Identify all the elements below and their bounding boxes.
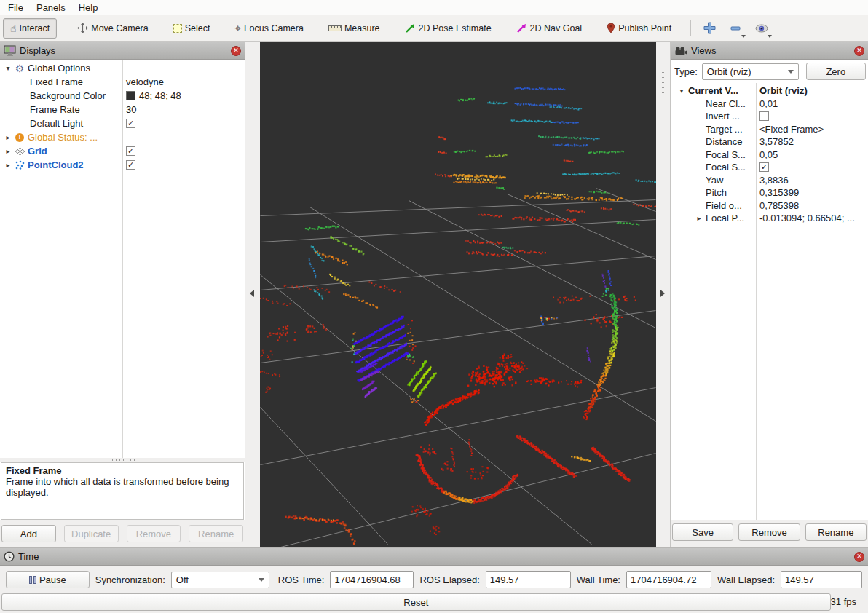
rename-button[interactable]: Rename — [805, 523, 867, 541]
views-row-focal-s[interactable]: Focal S...✓ — [671, 161, 868, 174]
displays-row-fixed-frame[interactable]: Fixed Framevelodyne — [0, 75, 245, 89]
plus-icon — [703, 22, 716, 34]
toolbar-tool-visibility-button[interactable] — [751, 18, 773, 39]
collapse-right-icon[interactable] — [660, 290, 665, 297]
displays-row-background-color[interactable]: Background Color48; 48; 48 — [0, 89, 245, 103]
expander-closed-icon[interactable]: ▸ — [694, 214, 704, 222]
views-row-field-o[interactable]: Field o...0,785398 — [671, 199, 868, 213]
expander-open-icon[interactable]: ▾ — [676, 87, 687, 95]
add-button[interactable]: Add — [1, 525, 56, 542]
tool-move-camera[interactable]: Move Camera — [70, 17, 156, 39]
wall-time-input[interactable]: 1704716904.72 — [626, 571, 711, 588]
3d-viewport-canvas[interactable] — [260, 42, 656, 547]
row-label: Default Light — [28, 118, 83, 129]
displays-row-grid[interactable]: ▸Grid✓ — [0, 144, 245, 158]
tool-measure[interactable]: Measure — [321, 18, 387, 39]
checkbox[interactable]: ✓ — [126, 146, 135, 156]
views-close-button[interactable]: ✕ — [854, 46, 864, 56]
synchronization-select[interactable]: Off — [171, 572, 269, 588]
checkbox[interactable]: ✓ — [126, 119, 135, 128]
views-row-focal-p[interactable]: ▸Focal P...-0.013094; 0.66504; ... — [671, 212, 868, 225]
expander-open-icon[interactable]: ▾ — [3, 64, 13, 72]
row-label: Near Cl... — [704, 98, 746, 109]
property-value[interactable]: 0,01 — [756, 98, 868, 109]
property-value[interactable]: Orbit (rviz) — [756, 85, 868, 96]
zero-button[interactable]: Zero — [806, 63, 866, 80]
displays-row-frame-rate[interactable]: Frame Rate30 — [0, 103, 245, 116]
checkbox[interactable]: ✓ — [760, 162, 769, 172]
row-label: Focal S... — [704, 149, 746, 160]
menu-help[interactable]: Help — [72, 1, 105, 14]
type-label: Type: — [674, 66, 698, 77]
expander-closed-icon[interactable]: ▸ — [3, 161, 13, 169]
expander-closed-icon[interactable]: ▸ — [3, 147, 13, 155]
views-row-pitch[interactable]: Pitch0,315399 — [671, 186, 868, 199]
left-splitter[interactable] — [245, 42, 260, 547]
chevron-down-icon — [768, 35, 772, 38]
tool-label: Interact — [20, 23, 50, 33]
row-label: Frame Rate — [28, 104, 80, 115]
right-splitter[interactable] — [656, 42, 670, 547]
splitter-grip[interactable] — [662, 70, 664, 103]
toolbar-add-tool-button[interactable] — [698, 18, 720, 39]
views-row-current-v[interactable]: ▾Current V...Orbit (rviz) — [671, 84, 868, 98]
pause-button[interactable]: Pause — [6, 571, 90, 588]
views-row-invert[interactable]: Invert ... — [671, 110, 868, 123]
views-row-focal-s[interactable]: Focal S...0,05 — [671, 149, 868, 162]
ros-time-input[interactable]: 1704716904.68 — [330, 571, 414, 588]
views-row-near-cl[interactable]: Near Cl...0,01 — [671, 98, 868, 111]
expander-closed-icon[interactable]: ▸ — [3, 133, 13, 141]
displays-help-box: Fixed Frame Frame into which all data is… — [1, 462, 244, 520]
row-label: Global Status: ... — [26, 132, 98, 143]
displays-row-default-light[interactable]: Default Light✓ — [0, 116, 245, 130]
tool-select[interactable]: Select — [166, 18, 218, 39]
displays-close-button[interactable]: ✕ — [231, 46, 241, 56]
value-text: velodyne — [126, 76, 164, 87]
property-value: ✓ — [122, 146, 245, 156]
tool-interact[interactable]: ☝Interact — [3, 18, 57, 39]
views-row-distance[interactable]: Distance3,57852 — [671, 135, 868, 149]
property-value[interactable]: -0.013094; 0.66504; ... — [756, 213, 868, 224]
tool-focus-camera[interactable]: ⌖Focus Camera — [227, 17, 310, 39]
time-close-button[interactable]: ✕ — [854, 552, 864, 562]
toolbar-remove-tool-button[interactable] — [725, 18, 746, 39]
property-value[interactable]: 3,57852 — [756, 136, 868, 147]
property-value[interactable]: 48; 48; 48 — [122, 90, 245, 101]
tool-2d-pose-estimate[interactable]: 2D Pose Estimate — [398, 18, 499, 39]
displays-splitter-handle[interactable] — [0, 458, 245, 462]
views-row-yaw[interactable]: Yaw3,8836 — [671, 174, 868, 187]
tool-label: Focus Camera — [244, 23, 304, 33]
property-value[interactable]: velodyne — [122, 76, 245, 87]
displays-row-pointcloud2[interactable]: ▸PointCloud2✓ — [0, 158, 245, 172]
property-label: Focal S... — [671, 149, 756, 160]
menu-panels[interactable]: Panels — [30, 1, 72, 14]
row-label: PointCloud2 — [26, 159, 84, 170]
wall-elapsed-input[interactable]: 149.57 — [781, 571, 862, 588]
ros-elapsed-input[interactable]: 149.57 — [486, 571, 571, 588]
time-panel-header: Time ✕ — [0, 548, 868, 566]
property-value[interactable]: 0,785398 — [756, 200, 868, 211]
displays-row-global-options[interactable]: ▾⚙Global Options — [0, 61, 245, 75]
checkbox[interactable] — [760, 111, 769, 121]
property-value[interactable]: <Fixed Frame> — [756, 124, 868, 135]
clock-icon — [4, 551, 15, 562]
reset-button[interactable]: Reset — [1, 593, 831, 611]
menu-file[interactable]: File — [1, 1, 30, 14]
save-button[interactable]: Save — [672, 523, 733, 541]
property-label: ▸PointCloud2 — [0, 159, 122, 170]
tool-publish-point[interactable]: Publish Point — [599, 17, 679, 39]
displays-row-global-status[interactable]: ▸!Global Status: ... — [0, 130, 245, 144]
pause-icon — [29, 576, 36, 584]
views-row-target[interactable]: Target ...<Fixed Frame> — [671, 123, 868, 136]
property-value[interactable]: 30 — [122, 104, 245, 115]
value-text: 3,57852 — [760, 136, 794, 147]
collapse-left-icon[interactable] — [250, 290, 254, 297]
checkbox[interactable]: ✓ — [126, 160, 135, 170]
view-type-select[interactable]: Orbit (rviz) — [702, 63, 799, 80]
property-value[interactable]: 0,315399 — [756, 187, 868, 198]
property-value[interactable]: 0,05 — [756, 149, 868, 160]
tool-2d-nav-goal[interactable]: 2D Nav Goal — [509, 18, 590, 39]
property-label: Field o... — [671, 200, 756, 211]
remove-button[interactable]: Remove — [738, 523, 800, 541]
property-value[interactable]: 3,8836 — [756, 175, 868, 186]
